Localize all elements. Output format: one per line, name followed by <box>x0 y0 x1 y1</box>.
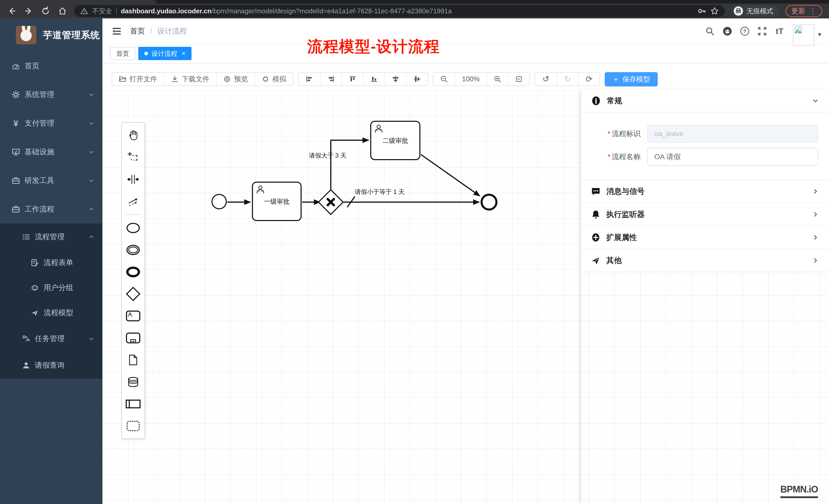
section-extended-attributes[interactable]: 扩展属性 <box>581 226 829 249</box>
avatar[interactable] <box>793 24 815 45</box>
help-icon[interactable]: ? <box>738 25 751 38</box>
fullscreen-icon[interactable] <box>756 25 769 38</box>
breadcrumb-home[interactable]: 首页 <box>130 26 145 36</box>
search-icon[interactable] <box>703 25 717 38</box>
home-button[interactable] <box>57 6 68 16</box>
open-file-button[interactable]: 打开文件 <box>112 73 164 85</box>
lasso-tool[interactable] <box>122 146 144 168</box>
align-bottom-icon[interactable] <box>363 73 385 85</box>
align-top-icon[interactable] <box>341 73 363 85</box>
sidebar-item-label: 用户分组 <box>43 283 95 293</box>
zoom-reset-icon[interactable] <box>508 73 530 85</box>
undo-icon[interactable]: ↺ <box>535 73 556 85</box>
user-task-level1[interactable]: 一级审批 <box>252 182 301 221</box>
back-button[interactable] <box>7 6 17 16</box>
zoom-button-group: 100% <box>433 72 530 86</box>
space-tool[interactable] <box>122 168 144 190</box>
download-file-button[interactable]: 下载文件 <box>164 73 216 85</box>
simulate-button[interactable]: 模拟 <box>254 73 293 85</box>
plus-circle-icon <box>591 233 601 242</box>
align-vertical-center-icon[interactable] <box>385 73 406 85</box>
sidebar-item-system[interactable]: 系统管理 <box>0 80 102 109</box>
sidebar-item-home[interactable]: 首页 <box>0 52 102 80</box>
message-icon <box>591 187 601 196</box>
zoom-in-icon[interactable] <box>486 73 508 85</box>
chevron-down-icon <box>88 120 95 127</box>
section-general[interactable]: 常规 <box>581 89 829 113</box>
align-horizontal-center-icon[interactable] <box>406 73 428 85</box>
close-icon[interactable]: × <box>182 50 185 57</box>
dashboard-icon <box>11 62 21 70</box>
browser-active-tab[interactable] <box>0 0 156 4</box>
sidebar-item-user-groups[interactable]: 用户分组 <box>0 275 102 300</box>
url-text[interactable]: dashboard.yudao.iocoder.cn/bpm/manager/m… <box>121 7 693 15</box>
properties-panel: 常规 *流程标识 oa_leave *流程名称 OA 请假 <box>581 89 829 504</box>
hand-tool[interactable] <box>122 124 144 146</box>
reload-button[interactable] <box>40 6 51 16</box>
section-other[interactable]: 其他 <box>581 249 829 272</box>
url-path: /bpm/manager/model/design?modelId=e4a1a1… <box>212 7 452 15</box>
sidebar-item-label: 工作流程 <box>25 204 84 215</box>
start-event[interactable] <box>212 194 227 209</box>
process-name-input[interactable]: OA 请假 <box>647 148 818 166</box>
update-label: 更新 <box>791 6 805 15</box>
password-key-icon[interactable] <box>697 7 706 15</box>
browser-menu-icon[interactable]: ⋮ <box>809 7 817 15</box>
update-button[interactable]: 更新 ⋮ <box>786 5 822 17</box>
user-task-level2[interactable]: 二级审批 <box>370 121 421 160</box>
create-user-task[interactable] <box>122 305 144 327</box>
sidebar-item-payment[interactable]: ¥ 支付管理 <box>0 109 102 138</box>
section-title: 消息与信号 <box>606 186 806 197</box>
create-participant[interactable] <box>122 393 144 415</box>
github-icon[interactable] <box>721 25 734 38</box>
sidebar-item-task-management[interactable]: 任务管理 <box>0 325 102 352</box>
tags-view-bar: 首页 设计流程 × <box>102 44 829 64</box>
zoom-out-icon[interactable] <box>433 73 455 85</box>
sidebar-item-infrastructure[interactable]: 基础设施 <box>0 138 102 166</box>
global-connect-tool[interactable] <box>122 190 144 212</box>
text-size-icon[interactable]: tT <box>773 25 786 38</box>
breadcrumb: 首页 / 设计流程 <box>130 26 187 36</box>
section-message-signal[interactable]: 消息与信号 <box>581 180 829 203</box>
paper-plane-icon <box>30 309 39 317</box>
section-execution-listener[interactable]: 执行监听器 <box>581 203 829 226</box>
tab-home[interactable]: 首页 <box>110 47 135 60</box>
bookmark-star-icon[interactable] <box>710 7 719 15</box>
sidebar-collapse-button[interactable] <box>110 25 123 38</box>
create-intermediate-event[interactable] <box>122 239 144 261</box>
tab-design-process[interactable]: 设计流程 × <box>138 47 191 60</box>
preview-button[interactable]: 预览 <box>216 73 254 85</box>
forward-button[interactable] <box>24 6 34 16</box>
sidebar-item-process-form[interactable]: 流程表单 <box>0 250 102 275</box>
browser-chrome: 不安全 dashboard.yudao.iocoder.cn/bpm/manag… <box>0 0 829 18</box>
app-logo[interactable]: 芋道管理系统 <box>0 18 102 52</box>
sidebar-item-leave-query[interactable]: 请假查询 <box>0 352 102 379</box>
redo-icon[interactable]: ↻ <box>556 73 578 85</box>
create-end-event[interactable] <box>122 261 144 283</box>
bpmn-designer: 打开文件 下载文件 预览 模拟 <box>102 64 829 504</box>
create-start-event[interactable] <box>122 217 144 239</box>
sidebar-item-devtools[interactable]: 研发工具 <box>0 166 102 195</box>
create-group[interactable] <box>122 415 144 437</box>
sidebar-item-process-model[interactable]: 流程模型 <box>0 300 102 325</box>
align-right-icon[interactable] <box>320 73 341 85</box>
main-content: 首页 / 设计流程 ? tT ▾ 首页 设计流程 × <box>102 18 829 504</box>
address-bar[interactable]: 不安全 dashboard.yudao.iocoder.cn/bpm/manag… <box>74 5 725 17</box>
incognito-badge: 无痕模式 <box>732 5 779 17</box>
flow-condition-label: 请假小于等于 1 天 <box>339 188 421 196</box>
end-event[interactable] <box>480 194 498 210</box>
security-warning-icon[interactable] <box>80 7 88 15</box>
sidebar-item-process-management[interactable]: 流程管理 <box>0 224 102 250</box>
restart-icon[interactable]: ⟳ <box>578 73 600 85</box>
create-data-store[interactable] <box>122 371 144 393</box>
save-model-button[interactable]: ＋ 保存模型 <box>605 72 658 86</box>
sidebar-item-workflow[interactable]: 工作流程 <box>0 195 102 224</box>
person-icon <box>22 361 31 370</box>
avatar-caret-icon[interactable]: ▾ <box>818 31 821 38</box>
create-data-object[interactable] <box>122 349 144 371</box>
create-subprocess[interactable] <box>122 327 144 349</box>
security-warning-label[interactable]: 不安全 <box>92 7 112 15</box>
align-left-icon[interactable] <box>298 73 320 85</box>
active-dot <box>144 52 148 55</box>
create-exclusive-gateway[interactable] <box>122 283 144 305</box>
